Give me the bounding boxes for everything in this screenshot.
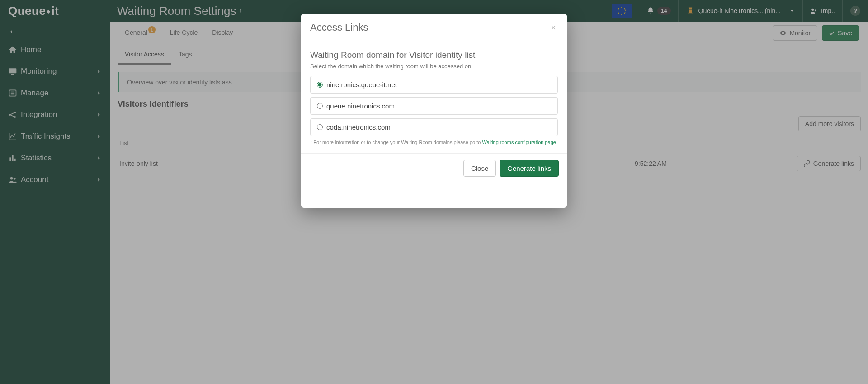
domain-option[interactable]: coda.ninetronics.com [310,118,558,136]
domain-option[interactable]: ninetronics.queue-it.net [310,76,558,94]
modal-close-button[interactable]: × [549,23,558,33]
modal-note-prefix: * For more information or to change your… [310,140,482,145]
modal-title: Access Links [310,22,549,33]
modal-note-link[interactable]: Waiting rooms configuration page [482,140,556,145]
domain-radio[interactable] [317,82,323,88]
modal-generate-button[interactable]: Generate links [500,160,559,177]
domain-label: ninetronics.queue-it.net [326,81,397,89]
close-icon: × [551,23,556,33]
access-links-modal: Access Links × Waiting Room domain for V… [301,14,567,208]
modal-note: * For more information or to change your… [310,140,558,145]
domain-option[interactable]: queue.ninetronics.com [310,97,558,115]
domain-radio[interactable] [317,103,323,109]
domain-label: queue.ninetronics.com [326,102,395,110]
modal-close-action[interactable]: Close [463,160,496,177]
modal-description: Select the domain which the waiting room… [310,63,558,70]
modal-overlay: Access Links × Waiting Room domain for V… [0,0,868,384]
domain-radio[interactable] [317,124,323,130]
modal-subtitle: Waiting Room domain for Visitor identity… [310,50,558,60]
domain-label: coda.ninetronics.com [326,123,391,131]
